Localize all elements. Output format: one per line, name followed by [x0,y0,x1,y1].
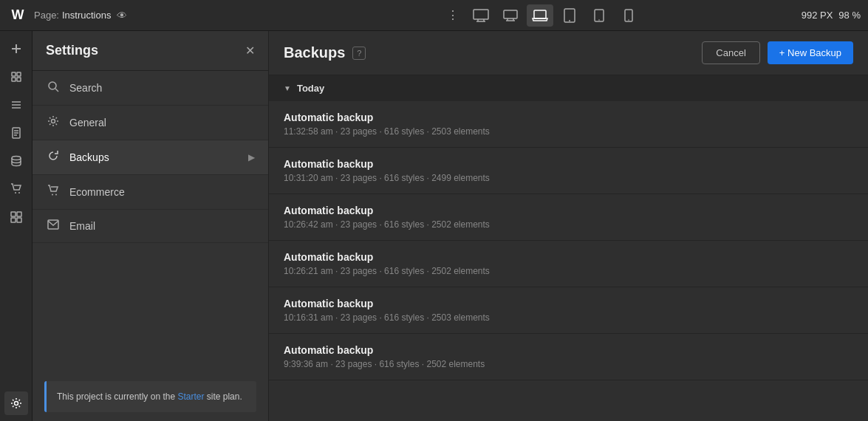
settings-close-button[interactable]: ✕ [245,44,255,58]
notice-text-after: site plan. [204,391,242,402]
svg-rect-0 [474,10,488,19]
svg-line-37 [55,89,58,92]
email-nav-icon [46,219,61,233]
zoom-display: 98 % [838,10,861,21]
sidebar-item-cms[interactable] [4,149,28,173]
device-laptop-button[interactable] [527,4,553,27]
svg-point-36 [49,82,56,89]
svg-rect-33 [11,218,16,222]
more-options-icon[interactable]: ⋮ [447,8,459,22]
sidebar-item-settings[interactable] [4,391,28,415]
svg-point-10 [569,20,570,21]
settings-nav-backups[interactable]: Backups ▶ [33,140,268,175]
svg-point-39 [52,194,53,196]
backups-nav-icon [46,150,61,165]
backups-list: ▼ Today Automatic backup 11:32:58 am · 2… [269,75,868,421]
main-content: Settings ✕ Search General [0,31,868,421]
backup-meta-3: 10:26:42 am · 23 pages · 616 styles · 25… [284,219,853,230]
page-name: Instructions [62,10,111,21]
svg-point-12 [598,19,600,21]
svg-rect-41 [48,220,58,229]
device-desktop-large-button[interactable] [468,4,494,27]
svg-point-40 [55,194,57,196]
settings-nav-search[interactable]: Search [33,71,268,106]
eye-icon[interactable]: 👁 [117,10,127,21]
backups-panel: Backups ? Cancel + New Backup ▼ Today Au… [269,31,868,421]
general-nav-icon [46,115,61,130]
device-desktop-button[interactable] [497,4,524,27]
starter-plan-link[interactable]: Starter [177,391,204,402]
device-tablet-button[interactable] [586,4,612,27]
ecommerce-nav-icon [46,185,61,199]
backup-name-3: Automatic backup [284,205,853,216]
backup-item-2[interactable]: Automatic backup 10:31:20 am · 23 pages … [269,148,868,194]
notice-text-before: This project is currently on the [57,391,177,402]
device-tablet-large-button[interactable] [556,4,583,27]
backup-item-6[interactable]: Automatic backup 9:39:36 am · 23 pages ·… [269,334,868,380]
sidebar-item-add[interactable] [4,37,28,61]
settings-header: Settings ✕ [33,31,268,71]
backup-item-3[interactable]: Automatic backup 10:26:42 am · 23 pages … [269,194,868,241]
svg-point-30 [18,192,20,194]
backup-name-4: Automatic backup [284,251,853,263]
backups-help-button[interactable]: ? [352,47,366,60]
svg-rect-8 [534,10,546,18]
backup-meta-6: 9:39:36 am · 23 pages · 616 styles · 250… [284,359,853,369]
backup-item-4[interactable]: Automatic backup 10:26:21 am · 23 pages … [269,241,868,287]
settings-nav-email[interactable]: Email [33,210,268,243]
backups-title: Backups [284,44,345,61]
today-chevron-icon: ▼ [284,84,291,92]
svg-rect-4 [504,10,517,18]
new-backup-label: + New Backup [779,47,841,58]
backups-nav-arrow: ▶ [248,152,255,162]
settings-nav-general[interactable]: General [33,106,268,140]
new-backup-button[interactable]: + New Backup [768,41,853,64]
settings-nav-ecommerce[interactable]: Ecommerce [33,175,268,210]
sidebar-item-ecommerce[interactable] [4,177,28,201]
general-nav-label: General [69,117,106,129]
backup-meta-2: 10:31:20 am · 23 pages · 616 styles · 24… [284,173,853,183]
logo: W [7,5,28,26]
svg-rect-19 [12,78,16,81]
svg-rect-31 [11,212,16,216]
sidebar-item-layers[interactable] [4,93,28,117]
backup-meta-1: 11:32:58 am · 23 pages · 616 styles · 25… [284,126,853,137]
search-nav-label: Search [69,82,102,94]
today-section-header[interactable]: ▼ Today [269,75,868,101]
svg-point-38 [52,120,55,123]
today-section-label: Today [297,83,324,94]
topbar-right: 992 PX 98 % [802,10,861,21]
search-nav-icon [46,81,61,95]
backup-meta-5: 10:16:31 am · 23 pages · 616 styles · 25… [284,312,853,323]
sidebar-item-pages[interactable] [4,121,28,145]
email-nav-label: Email [69,220,95,232]
backup-name-6: Automatic backup [284,344,853,356]
backup-name-2: Automatic backup [284,158,853,170]
topbar: W Page: Instructions 👁 ⋮ 992 PX 98 % [0,0,868,31]
svg-rect-17 [12,72,16,76]
backup-item-5[interactable]: Automatic backup 10:16:31 am · 23 pages … [269,287,868,334]
svg-rect-18 [17,72,21,76]
backup-name-1: Automatic backup [284,112,853,123]
settings-nav: Search General Backups ▶ [33,71,268,372]
backups-actions: Cancel + New Backup [702,41,853,64]
device-mobile-button[interactable] [615,4,642,27]
settings-title: Settings [46,43,98,58]
svg-rect-20 [17,78,21,81]
resolution-display: 992 PX [802,10,833,21]
backup-name-5: Automatic backup [284,298,853,309]
svg-point-14 [628,19,629,21]
sidebar-item-assets[interactable] [4,205,28,229]
cancel-button[interactable]: Cancel [702,41,759,64]
backup-item-1[interactable]: Automatic backup 11:32:58 am · 23 pages … [269,101,868,148]
page-label: Page: [34,10,59,21]
svg-rect-34 [17,218,21,222]
device-switcher: ⋮ [447,4,642,27]
icon-sidebar [0,31,33,421]
svg-point-29 [15,192,16,194]
settings-panel: Settings ✕ Search General [33,31,269,421]
backups-header: Backups ? Cancel + New Backup [269,31,868,75]
backups-nav-label: Backups [69,151,109,163]
svg-rect-32 [17,212,21,216]
sidebar-item-components[interactable] [4,65,28,89]
